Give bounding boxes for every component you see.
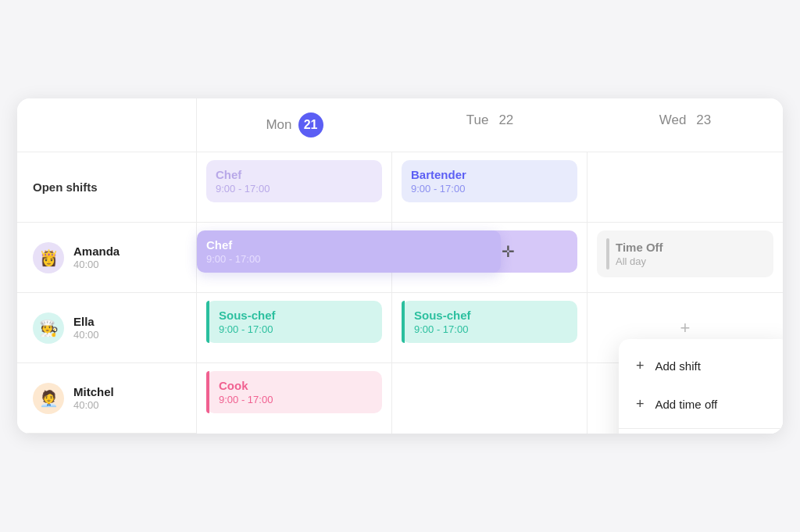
tue-date: 22 (498, 112, 513, 128)
chef-drag-time: 9:00 - 17:00 (206, 253, 491, 265)
chef-open-title: Chef (216, 168, 373, 181)
cook-bar (206, 371, 209, 413)
amanda-wed: Time Off All day (588, 223, 783, 293)
add-shift-menuitem[interactable]: + Add shift (619, 347, 783, 385)
mitchel-avatar: 🧑‍💼 (33, 383, 64, 414)
amanda-name: Amanda (73, 245, 120, 258)
time-off-time: All day (616, 255, 663, 267)
ella-name: Ella (73, 315, 99, 328)
chef-drag-title: Chef (206, 238, 491, 252)
add-shift-icon: + (636, 358, 645, 374)
amanda-mon: Chef 9:00 - 17:00 ✛ (197, 223, 392, 293)
amanda-label-cell: 👸 Amanda 40:00 (17, 223, 197, 293)
amanda-avatar: 👸 (33, 242, 64, 273)
sous-chef-ella-tue-title: Sous-chef (414, 309, 568, 322)
add-shift-label: Add shift (655, 359, 701, 373)
ella-tue: Sous-chef 9:00 - 17:00 (392, 293, 588, 363)
cook-mitchel-mon-card[interactable]: Cook 9:00 - 17:00 (206, 371, 382, 413)
add-time-off-icon: + (636, 396, 645, 412)
ella-wed[interactable]: + + Add shift + Add time off ⧉ Copy 📋 (588, 293, 783, 363)
time-off-title: Time Off (616, 241, 663, 254)
chef-drag-card[interactable]: Chef 9:00 - 17:00 ✛ (197, 230, 501, 273)
tue-label: Tue (466, 112, 489, 128)
open-shifts-wed (588, 152, 783, 223)
open-shifts-label: Open shifts (33, 180, 180, 194)
bartender-time: 9:00 - 17:00 (411, 183, 568, 195)
context-menu-divider (619, 428, 783, 429)
header-empty (17, 98, 197, 152)
header-tue: Tue 22 (392, 98, 588, 152)
sous-chef-ella-mon-title: Sous-chef (219, 309, 373, 322)
mitchel-tue (392, 363, 588, 434)
header-wed: Wed 23 (588, 98, 783, 152)
time-off-card[interactable]: Time Off All day (597, 230, 773, 277)
header-mon: Mon 21 (197, 98, 392, 152)
mitchel-mon: Cook 9:00 - 17:00 (197, 363, 392, 434)
bartender-shift-tue[interactable]: Bartender 9:00 - 17:00 (402, 160, 577, 202)
chef-open-shift-mon[interactable]: Chef 9:00 - 17:00 (206, 160, 382, 202)
mon-badge: 21 (298, 112, 323, 137)
ella-hours: 40:00 (73, 329, 99, 341)
context-menu: + Add shift + Add time off ⧉ Copy 📋 Past… (619, 339, 783, 434)
cook-mitchel-mon-title: Cook (219, 379, 373, 392)
open-shifts-mon: Chef 9:00 - 17:00 (197, 152, 392, 223)
mitchel-hours: 40:00 (73, 399, 114, 411)
sous-chef-ella-tue-card[interactable]: Sous-chef 9:00 - 17:00 (402, 301, 577, 343)
open-shifts-tue: Bartender 9:00 - 17:00 (392, 152, 588, 223)
cook-mitchel-mon-time: 9:00 - 17:00 (219, 394, 373, 405)
add-time-off-label: Add time off (655, 398, 718, 411)
sous-chef-ella-tue-time: 9:00 - 17:00 (414, 323, 568, 335)
ella-label-cell: 🧑‍🍳 Ella 40:00 (17, 293, 197, 363)
bartender-title: Bartender (411, 168, 568, 181)
calendar-grid: Mon 21 Tue 22 Wed 23 Open shifts Chef 9:… (17, 98, 783, 434)
ella-mon: Sous-chef 9:00 - 17:00 (197, 293, 392, 363)
time-off-bar (606, 238, 609, 270)
mon-label: Mon (266, 117, 291, 133)
chef-open-time: 9:00 - 17:00 (216, 183, 373, 195)
mitchel-name: Mitchel (73, 385, 114, 398)
ella-avatar: 🧑‍🍳 (33, 312, 64, 344)
open-shifts-label-cell: Open shifts (17, 152, 197, 223)
sous-chef-bar-mon (206, 301, 209, 343)
sous-chef-bar-tue (402, 301, 405, 343)
sous-chef-ella-mon-card[interactable]: Sous-chef 9:00 - 17:00 (206, 301, 382, 343)
sous-chef-ella-mon-time: 9:00 - 17:00 (219, 323, 373, 335)
wed-date: 23 (696, 112, 711, 128)
calendar-container: Mon 21 Tue 22 Wed 23 Open shifts Chef 9:… (17, 98, 783, 434)
mitchel-label-cell: 🧑‍💼 Mitchel 40:00 (17, 363, 197, 434)
wed-label: Wed (659, 112, 687, 128)
amanda-hours: 40:00 (73, 259, 120, 270)
add-time-off-menuitem[interactable]: + Add time off (619, 385, 783, 423)
